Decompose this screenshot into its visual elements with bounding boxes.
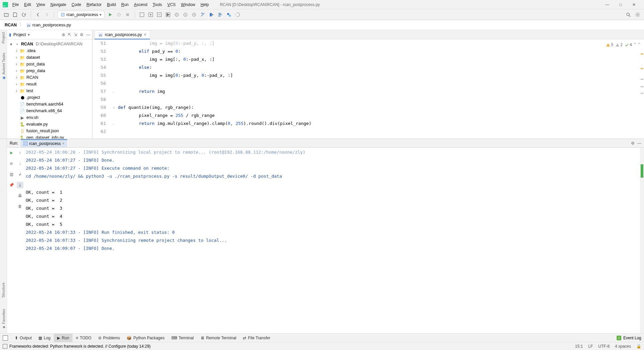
- scroll-to-end-icon[interactable]: ⤓: [17, 182, 23, 188]
- nav-forward-icon[interactable]: [43, 11, 50, 18]
- bottom-run[interactable]: ▶Run: [54, 334, 72, 342]
- chevron-right-icon[interactable]: ›: [14, 55, 18, 60]
- menu-file[interactable]: File: [10, 2, 21, 8]
- locate-icon[interactable]: ⊕: [62, 32, 65, 37]
- file-encoding[interactable]: UTF-8: [598, 344, 610, 349]
- close-button[interactable]: ✕: [629, 2, 639, 7]
- code-content[interactable]: img = img[0:-pad_y, :, :] elif pad_y == …: [117, 39, 644, 139]
- chevron-right-icon[interactable]: ›: [14, 89, 18, 93]
- toolbar-icon-7[interactable]: ?: [190, 11, 198, 18]
- bottom-todo[interactable]: ≡TODO: [72, 334, 95, 342]
- down-icon[interactable]: ↓: [17, 160, 23, 167]
- toolbar-icon-11[interactable]: [225, 11, 232, 18]
- menu-refactor[interactable]: Refactor: [84, 2, 104, 8]
- up-icon[interactable]: ↑: [17, 150, 23, 156]
- stop-icon[interactable]: [8, 160, 15, 167]
- crumb-file[interactable]: py rcan_postprocess.py: [26, 23, 71, 27]
- menu-edit[interactable]: Edit: [22, 2, 33, 8]
- panel-settings-icon[interactable]: ⚙: [80, 32, 84, 37]
- console-scrollbar[interactable]: [640, 148, 644, 333]
- inspections-up-icon[interactable]: ˄: [634, 41, 636, 49]
- menu-window[interactable]: Window: [179, 2, 198, 8]
- toolbar-icon-12[interactable]: [234, 11, 241, 18]
- layout-icon[interactable]: ▥: [8, 171, 15, 178]
- close-icon[interactable]: ×: [62, 141, 64, 146]
- panel-hide-icon[interactable]: —: [86, 32, 90, 37]
- toolbar-icon-1[interactable]: [138, 11, 146, 18]
- tree-folder[interactable]: ›📁post_data: [7, 61, 92, 67]
- crumb-project[interactable]: RCAN: [5, 23, 17, 27]
- run-config-selector[interactable]: rcan_postprocess ▾: [57, 11, 105, 19]
- tree-root[interactable]: ▾ ▪ RCAN D:\Desktop\RCAN\RCAN: [7, 41, 92, 47]
- tree-file[interactable]: 🐍gen_dataset_info.py: [7, 134, 92, 139]
- chevron-right-icon[interactable]: ›: [14, 75, 18, 80]
- reload-icon[interactable]: [20, 11, 27, 18]
- bottom-terminal[interactable]: ⌨Terminal: [168, 334, 197, 342]
- event-log-button[interactable]: Event Log: [623, 336, 641, 340]
- editor-tab-active[interactable]: py rcan_postprocess.py ×: [95, 30, 150, 39]
- tree-folder[interactable]: ›📁RCAN: [7, 74, 92, 81]
- line-separator[interactable]: LF: [588, 344, 593, 349]
- clear-icon[interactable]: 🗑: [17, 203, 23, 210]
- tree-folder[interactable]: ›📁dataset: [7, 54, 92, 61]
- bottom-python-packages[interactable]: 📦Python Packages: [123, 334, 168, 342]
- toolbar-icon-3[interactable]: [156, 11, 163, 18]
- caret-position[interactable]: 15:1: [575, 344, 583, 349]
- chevron-down-icon[interactable]: ▾: [28, 32, 30, 37]
- soft-wrap-icon[interactable]: ↲: [17, 171, 23, 178]
- maximize-button[interactable]: □: [616, 2, 625, 7]
- bottom-remote-terminal[interactable]: 🖥Remote Terminal: [197, 334, 239, 342]
- bottom-problems[interactable]: ⊘Problems: [95, 334, 124, 342]
- tree-folder[interactable]: ›📁prep_data: [7, 67, 92, 74]
- close-icon[interactable]: ×: [144, 32, 146, 37]
- inspections-widget[interactable]: 5 2 4 ˄ ˅: [606, 41, 640, 49]
- run-console[interactable]: 2022-05-24 16:06:28 - [INFO] Synchronizi…: [24, 148, 640, 333]
- rail-structure[interactable]: Structure: [1, 283, 5, 298]
- inspection-weak-warning[interactable]: 2: [615, 41, 623, 49]
- bottom-file-transfer[interactable]: ⇄File Transfer: [239, 334, 274, 342]
- print-icon[interactable]: 🖶: [17, 192, 23, 199]
- tree-file[interactable]: ⬢.project: [7, 94, 92, 101]
- toolbar-icon-2[interactable]: [147, 11, 154, 18]
- expand-all-icon[interactable]: ⇱: [68, 32, 71, 37]
- menu-ascend[interactable]: Ascend: [132, 2, 150, 8]
- menu-view[interactable]: View: [34, 2, 47, 8]
- minimize-button[interactable]: —: [603, 2, 612, 7]
- rail-favorites[interactable]: ★ Favorites: [1, 309, 6, 329]
- tree-file[interactable]: {}fusion_result.json: [7, 128, 92, 134]
- save-all-icon[interactable]: [11, 11, 19, 18]
- tree-file[interactable]: 🐍evaluate.py: [7, 121, 92, 128]
- project-panel-title[interactable]: Project: [13, 32, 26, 37]
- indent-setting[interactable]: 4 spaces: [615, 344, 631, 349]
- menu-vcs[interactable]: VCS: [165, 2, 178, 8]
- chevron-right-icon[interactable]: ›: [14, 82, 18, 86]
- open-icon[interactable]: [3, 11, 10, 18]
- menu-tools[interactable]: Tools: [150, 2, 164, 8]
- chevron-right-icon[interactable]: ›: [14, 68, 18, 73]
- search-icon[interactable]: [625, 11, 632, 18]
- editor-marker-bar[interactable]: [640, 39, 644, 139]
- chevron-right-icon[interactable]: ›: [14, 48, 18, 53]
- rail-automl[interactable]: ◉Automl Tasks: [1, 53, 6, 80]
- menu-help[interactable]: Help: [198, 2, 211, 8]
- tree-folder[interactable]: ›📁.idea: [7, 47, 92, 54]
- collapse-all-icon[interactable]: ⇲: [74, 32, 77, 37]
- run-tab-active[interactable]: rcan_postprocess ×: [21, 139, 67, 147]
- toolbar-icon-6[interactable]: +: [182, 11, 189, 18]
- rerun-icon[interactable]: [8, 150, 15, 156]
- bottom-log[interactable]: ▦Log: [35, 334, 54, 342]
- chevron-down-icon[interactable]: ▾: [9, 42, 13, 47]
- tool-windows-quick-access-icon[interactable]: [3, 335, 8, 341]
- inspection-warning[interactable]: 5: [606, 41, 613, 49]
- menu-run[interactable]: Run: [119, 2, 131, 8]
- readonly-lock-icon[interactable]: 🔒: [636, 344, 641, 349]
- toolbar-icon-8[interactable]: [199, 11, 206, 18]
- menu-build[interactable]: Build: [105, 2, 118, 8]
- tree-file[interactable]: 📄benchmark.x86_64: [7, 108, 92, 114]
- toolbar-icon-5[interactable]: [173, 11, 180, 18]
- menu-navigate[interactable]: Navigate: [48, 2, 68, 8]
- debug-icon[interactable]: [115, 11, 123, 18]
- settings-icon[interactable]: [634, 11, 641, 18]
- status-message[interactable]: Frameworks detected: Python framework is…: [9, 344, 151, 349]
- stop-icon[interactable]: [124, 11, 131, 18]
